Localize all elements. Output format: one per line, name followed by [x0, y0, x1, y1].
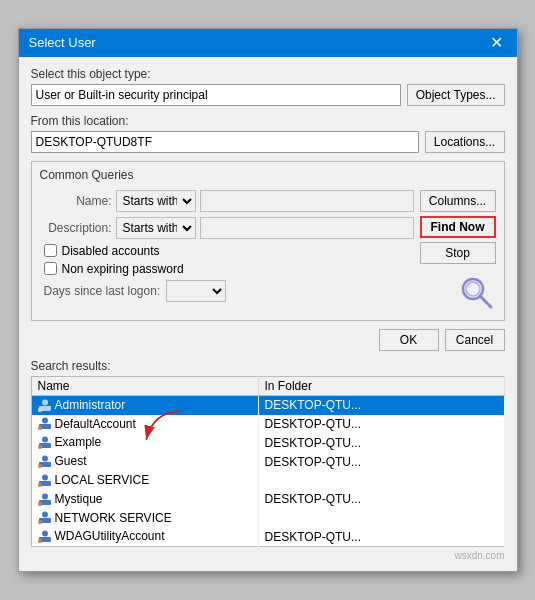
cell-name: LOCAL SERVICE: [31, 471, 258, 490]
right-buttons: Columns... Find Now Stop: [414, 190, 496, 312]
col-folder-header[interactable]: In Folder: [258, 376, 504, 395]
queries-left: Name: Starts with Description: Starts wi…: [40, 190, 414, 312]
cell-name: Guest: [31, 452, 258, 471]
watermark: wsxdn.com: [31, 550, 505, 561]
cell-folder: DESKTOP-QTU...: [258, 452, 504, 471]
svg-point-1: [466, 282, 480, 296]
locations-button[interactable]: Locations...: [425, 131, 505, 153]
search-icon: [458, 274, 496, 312]
disabled-accounts-row: Disabled accounts: [44, 244, 414, 258]
stop-button[interactable]: Stop: [420, 242, 496, 264]
results-table: Name In Folder AdministratorDESKTOP-QTU.…: [31, 376, 505, 548]
cell-folder: [258, 471, 504, 490]
svg-rect-28: [38, 539, 42, 543]
common-queries-tab[interactable]: Common Queries: [40, 166, 496, 184]
cell-name: Administrator: [31, 395, 258, 414]
title-bar: Select User ✕: [19, 29, 517, 57]
columns-button[interactable]: Columns...: [420, 190, 496, 212]
non-expiring-checkbox[interactable]: [44, 262, 57, 275]
svg-point-15: [42, 456, 48, 462]
svg-rect-22: [38, 502, 42, 506]
location-row: Locations...: [31, 131, 505, 153]
cell-name: Mystique: [31, 490, 258, 509]
name-label: Name:: [40, 194, 112, 208]
days-row: Days since last logon:: [44, 280, 414, 302]
svg-point-24: [42, 512, 48, 518]
close-button[interactable]: ✕: [486, 35, 507, 51]
svg-point-12: [42, 437, 48, 443]
table-row[interactable]: AdministratorDESKTOP-QTU...: [31, 395, 504, 414]
cell-folder: DESKTOP-QTU...: [258, 395, 504, 414]
dialog-title: Select User: [29, 35, 96, 50]
svg-rect-10: [38, 426, 42, 430]
non-expiring-label: Non expiring password: [62, 262, 184, 276]
table-row[interactable]: LOCAL SERVICE: [31, 471, 504, 490]
svg-rect-19: [38, 483, 42, 487]
cell-name: Example: [31, 433, 258, 452]
col-name-header[interactable]: Name: [31, 376, 258, 395]
object-type-label: Select this object type:: [31, 67, 505, 81]
svg-point-18: [42, 474, 48, 480]
svg-point-27: [42, 531, 48, 537]
location-label: From this location:: [31, 114, 505, 128]
days-label: Days since last logon:: [44, 284, 161, 298]
svg-point-3: [467, 284, 471, 288]
find-now-button[interactable]: Find Now: [420, 216, 496, 238]
non-expiring-row: Non expiring password: [44, 262, 414, 276]
cell-folder: [258, 509, 504, 528]
object-type-row: Object Types...: [31, 84, 505, 106]
days-select[interactable]: [166, 280, 226, 302]
cancel-button[interactable]: Cancel: [445, 329, 505, 351]
disabled-accounts-checkbox[interactable]: [44, 244, 57, 257]
dialog-body: Select this object type: Object Types...…: [19, 57, 517, 572]
cell-folder: DESKTOP-QTU...: [258, 415, 504, 434]
desc-condition-select[interactable]: Starts with: [116, 217, 196, 239]
desc-value-input[interactable]: [200, 217, 414, 239]
svg-rect-7: [38, 408, 42, 412]
table-row[interactable]: WDAGUtilityAccountDESKTOP-QTU...: [31, 527, 504, 546]
table-header-row: Name In Folder: [31, 376, 504, 395]
location-input[interactable]: [31, 131, 419, 153]
queries-content: Name: Starts with Description: Starts wi…: [40, 190, 496, 312]
object-type-input[interactable]: [31, 84, 401, 106]
name-value-input[interactable]: [200, 190, 414, 212]
disabled-accounts-label: Disabled accounts: [62, 244, 160, 258]
svg-line-2: [480, 296, 491, 307]
svg-point-6: [42, 399, 48, 405]
object-types-button[interactable]: Object Types...: [407, 84, 505, 106]
name-condition-select[interactable]: Starts with: [116, 190, 196, 212]
ok-cancel-row: OK Cancel: [31, 329, 505, 351]
description-row: Description: Starts with: [40, 217, 414, 239]
svg-rect-13: [38, 445, 42, 449]
description-label: Description:: [40, 221, 112, 235]
select-user-dialog: Select User ✕ Select this object type: O…: [18, 28, 518, 573]
table-row[interactable]: ExampleDESKTOP-QTU...: [31, 433, 504, 452]
cell-name: NETWORK SERVICE: [31, 509, 258, 528]
name-row: Name: Starts with: [40, 190, 414, 212]
cell-name: WDAGUtilityAccount: [31, 527, 258, 546]
search-results-label: Search results:: [31, 359, 505, 373]
cell-name: DefaultAccount: [31, 415, 258, 434]
svg-point-9: [42, 418, 48, 424]
table-row[interactable]: NETWORK SERVICE: [31, 509, 504, 528]
table-row[interactable]: DefaultAccountDESKTOP-QTU...: [31, 415, 504, 434]
results-container: Name In Folder AdministratorDESKTOP-QTU.…: [31, 376, 505, 548]
svg-rect-25: [38, 520, 42, 524]
table-row[interactable]: GuestDESKTOP-QTU...: [31, 452, 504, 471]
svg-point-21: [42, 493, 48, 499]
table-row[interactable]: MystiqueDESKTOP-QTU...: [31, 490, 504, 509]
svg-rect-16: [38, 464, 42, 468]
cell-folder: DESKTOP-QTU...: [258, 490, 504, 509]
common-queries-group: Common Queries Name: Starts with Descrip…: [31, 161, 505, 321]
cell-folder: DESKTOP-QTU...: [258, 527, 504, 546]
ok-button[interactable]: OK: [379, 329, 439, 351]
search-icon-area: [420, 274, 496, 312]
cell-folder: DESKTOP-QTU...: [258, 433, 504, 452]
